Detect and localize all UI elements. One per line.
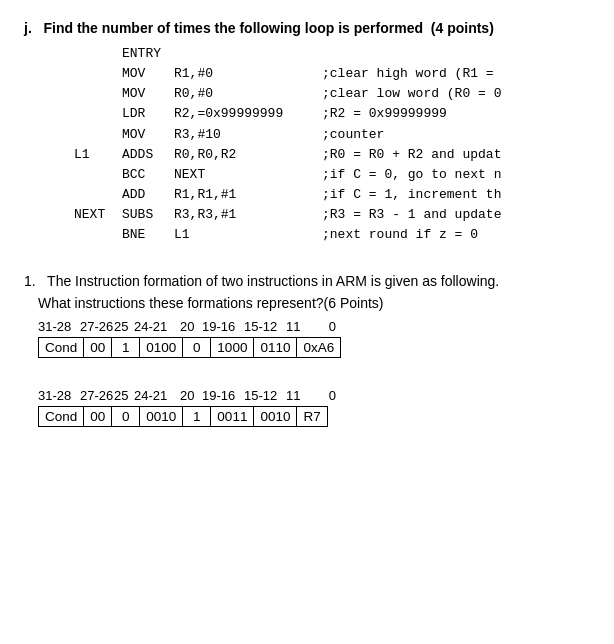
operand-bcc: NEXT: [174, 165, 322, 185]
code-block: ENTRY MOV R1,#0 ;clear high word (R1 = M…: [74, 44, 590, 245]
operand-adds: R0,R0,R2: [174, 145, 322, 165]
comment-ldr: ;R2 = 0x99999999: [322, 104, 447, 124]
code-line-entry: ENTRY: [74, 44, 590, 64]
q1-subtext: What instructions these formations repre…: [38, 295, 590, 311]
comment-adds: ;R0 = R0 + R2 and updat: [322, 145, 501, 165]
label-adds: L1: [74, 145, 122, 165]
bh2-zero: 0: [316, 388, 336, 403]
bh2-11: 11: [286, 388, 316, 403]
bh2-20: 20: [180, 388, 202, 403]
mnemonic-mov-r1: MOV: [122, 64, 174, 84]
bh-15-12: 15-12: [244, 319, 286, 334]
code-line-mov-r0: MOV R0,#0 ;clear low word (R0 = 0: [74, 84, 590, 104]
q1-points: (6 Points): [324, 295, 384, 311]
comment-mov-r3: ;counter: [322, 125, 384, 145]
bit-header-1: 31-28 27-26 25 24-21 20 19-16 15-12 11 0: [38, 319, 590, 334]
question-1-header: 1. The Instruction formation of two inst…: [24, 273, 590, 289]
t2-v1: 00: [84, 407, 112, 427]
operand-mov-r3: R3,#10: [174, 125, 322, 145]
q1-subtext-label: What instructions these formations repre…: [38, 295, 324, 311]
bit-header-2: 31-28 27-26 25 24-21 20 19-16 15-12 11 0: [38, 388, 590, 403]
mnemonic-ldr: LDR: [122, 104, 174, 124]
comment-mov-r0: ;clear low word (R0 = 0: [322, 84, 501, 104]
operand-bne: L1: [174, 225, 322, 245]
operand-mov-r0: R0,#0: [174, 84, 322, 104]
question-1: 1. The Instruction formation of two inst…: [24, 273, 590, 427]
mnemonic-add: ADD: [122, 185, 174, 205]
t2-v4: 1: [183, 407, 211, 427]
bh-19-16: 19-16: [202, 319, 244, 334]
mnemonic-bne: BNE: [122, 225, 174, 245]
code-line-bne: BNE L1 ;next round if z = 0: [74, 225, 590, 245]
t2-cond: Cond: [39, 407, 84, 427]
comment-bne: ;next round if z = 0: [322, 225, 478, 245]
bh-27-26: 27-26: [80, 319, 114, 334]
bh-zero-1: 0: [316, 319, 336, 334]
comment-mov-r1: ;clear high word (R1 =: [322, 64, 494, 84]
code-line-subs: NEXT SUBS R3,R3,#1 ;R3 = R3 - 1 and upda…: [74, 205, 590, 225]
t1-v1: 00: [84, 338, 112, 358]
operand-ldr: R2,=0x99999999: [174, 104, 322, 124]
t1-v7: 0xA6: [297, 338, 341, 358]
question-j-text: Find the number of times the following l…: [43, 20, 423, 36]
mnemonic-bcc: BCC: [122, 165, 174, 185]
bit-table-2-container: 31-28 27-26 25 24-21 20 19-16 15-12 11 0…: [24, 388, 590, 427]
mnemonic-mov-r0: MOV: [122, 84, 174, 104]
question-j-header: j. Find the number of times the followin…: [24, 20, 590, 36]
code-line-adds: L1 ADDS R0,R0,R2 ;R0 = R0 + R2 and updat: [74, 145, 590, 165]
bh2-24-21: 24-21: [134, 388, 180, 403]
code-line-add: ADD R1,R1,#1 ;if C = 1, increment th: [74, 185, 590, 205]
t1-v5: 1000: [211, 338, 254, 358]
t2-v2: 0: [112, 407, 140, 427]
bh2-27-26: 27-26: [80, 388, 114, 403]
bh2-31-28: 31-28: [38, 388, 80, 403]
operand-mov-r1: R1,#0: [174, 64, 322, 84]
bh-20: 20: [180, 319, 202, 334]
t2-v6: 0010: [254, 407, 297, 427]
question-j-label: j.: [24, 20, 32, 36]
mnemonic-subs: SUBS: [122, 205, 174, 225]
bh-25: 25: [114, 319, 134, 334]
code-line-mov-r3: MOV R3,#10 ;counter: [74, 125, 590, 145]
bh-24-21: 24-21: [134, 319, 180, 334]
bh2-25: 25: [114, 388, 134, 403]
bh2-19-16: 19-16: [202, 388, 244, 403]
bit-table-2-row: Cond 00 0 0010 1 0011 0010 R7: [39, 407, 328, 427]
mnemonic-adds: ADDS: [122, 145, 174, 165]
bit-table-1: Cond 00 1 0100 0 1000 0110 0xA6: [38, 337, 341, 358]
bit-table-1-container: 31-28 27-26 25 24-21 20 19-16 15-12 11 0…: [24, 319, 590, 358]
t2-v3: 0010: [140, 407, 183, 427]
t1-v6: 0110: [254, 338, 297, 358]
bh-11: 11: [286, 319, 316, 334]
t1-cond: Cond: [39, 338, 84, 358]
question-j: j. Find the number of times the followin…: [24, 20, 590, 245]
t2-v5: 0011: [211, 407, 254, 427]
bit-table-2: Cond 00 0 0010 1 0011 0010 R7: [38, 406, 328, 427]
code-line-bcc: BCC NEXT ;if C = 0, go to next n: [74, 165, 590, 185]
operand-add: R1,R1,#1: [174, 185, 322, 205]
question-j-points: (4 points): [431, 20, 494, 36]
mnemonic-entry: ENTRY: [122, 44, 174, 64]
label-subs: NEXT: [74, 205, 122, 225]
t1-v4: 0: [183, 338, 211, 358]
t1-v3: 0100: [140, 338, 183, 358]
comment-subs: ;R3 = R3 - 1 and update: [322, 205, 501, 225]
bh2-15-12: 15-12: [244, 388, 286, 403]
mnemonic-mov-r3: MOV: [122, 125, 174, 145]
bh-31-28: 31-28: [38, 319, 80, 334]
bit-table-1-row: Cond 00 1 0100 0 1000 0110 0xA6: [39, 338, 341, 358]
q1-text: The Instruction formation of two instruc…: [47, 273, 499, 289]
q1-number: 1.: [24, 273, 36, 289]
t2-v7: R7: [297, 407, 327, 427]
t1-v2: 1: [112, 338, 140, 358]
code-line-ldr: LDR R2,=0x99999999 ;R2 = 0x99999999: [74, 104, 590, 124]
comment-add: ;if C = 1, increment th: [322, 185, 501, 205]
comment-bcc: ;if C = 0, go to next n: [322, 165, 501, 185]
operand-subs: R3,R3,#1: [174, 205, 322, 225]
code-line-mov-r1: MOV R1,#0 ;clear high word (R1 =: [74, 64, 590, 84]
